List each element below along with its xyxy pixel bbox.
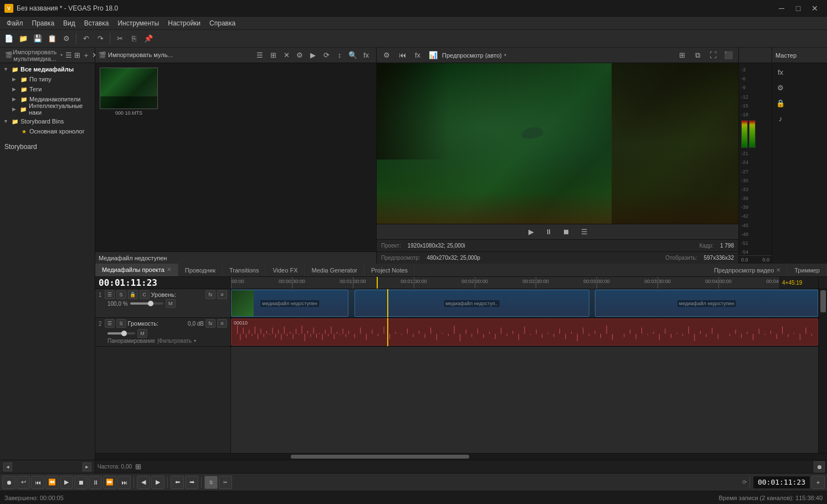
transport-next-mark[interactable]: ⏭ <box>117 476 131 489</box>
tree-drives-label[interactable]: Медианакопители <box>29 96 80 102</box>
preview-pip-btn[interactable]: ⧉ <box>691 49 704 62</box>
video-clip-2[interactable]: медиафайл недоступ.. <box>355 290 589 317</box>
media-tb-play[interactable]: ▶ <box>306 49 320 62</box>
list-view-btn[interactable]: ☰ <box>65 49 73 62</box>
track-a2-env[interactable]: ≡ <box>217 319 227 328</box>
track-a2-solo[interactable]: S <box>116 319 126 328</box>
preview-dropdown[interactable]: ▾ <box>504 53 506 58</box>
tab-explorer[interactable]: Проводник <box>178 264 223 276</box>
preview-fx-btn[interactable]: fx <box>411 49 424 62</box>
maximize-button[interactable]: □ <box>790 3 806 14</box>
video-clip-3[interactable]: медиафайл недоступен <box>595 290 818 317</box>
transport-step-fwd[interactable]: ▶ <box>151 476 165 489</box>
freq-btn[interactable]: ⊞ <box>133 462 143 472</box>
nav-left-arrow[interactable]: ◄ <box>3 462 12 471</box>
master-btn1[interactable]: fx <box>774 65 787 79</box>
tree-smart-label[interactable]: Интеллектуальные наки <box>29 102 91 116</box>
audio-track-row[interactable]: 00010 <box>231 318 818 347</box>
track-v1-comp[interactable]: C <box>140 290 150 299</box>
tree-by-type-label[interactable]: По типу <box>29 76 52 83</box>
save-as-btn[interactable]: 📋 <box>45 32 59 45</box>
tree-smart[interactable]: ▶ 📁 Интеллектуальные наки <box>1 104 94 114</box>
open-btn[interactable]: 📁 <box>17 32 30 45</box>
track-a2-fx[interactable]: fx <box>206 319 215 328</box>
master-btn4[interactable]: ♪ <box>774 112 787 125</box>
transport-snip[interactable]: ✂ <box>219 476 232 489</box>
tree-all-media[interactable]: Все медиафайлы <box>20 66 74 73</box>
copy-btn[interactable]: ⎘ <box>127 32 141 45</box>
media-thumb-item[interactable]: 000 10.MTS <box>100 68 158 116</box>
transport-rewind[interactable]: ⏪ <box>45 476 59 489</box>
track-v1-vol-thumb[interactable] <box>148 301 153 306</box>
tree-storyboard-bins[interactable]: ▼ 📁 Storyboard Bins <box>1 116 94 126</box>
tree-main-chron-label[interactable]: Основная хронолог <box>29 128 85 135</box>
transport-prev-mark[interactable]: ⏮ <box>31 476 44 489</box>
menu-edit[interactable]: Правка <box>28 17 59 29</box>
track-a2-pan-arrow[interactable]: ▾ <box>194 338 196 343</box>
preview-scope-btn[interactable]: 📊 <box>427 49 440 62</box>
expand-icon-tags[interactable]: ▶ <box>12 86 19 92</box>
tree-tags[interactable]: ▶ 📁 Теги <box>1 84 94 94</box>
paste-btn[interactable]: 📌 <box>142 32 155 45</box>
preview-settings-btn[interactable]: ⚙ <box>380 49 393 62</box>
tab-preview-video[interactable]: Предпросмотр видео ✕ <box>707 264 788 276</box>
cut-btn[interactable]: ✂ <box>113 32 126 45</box>
expand-icon-drives[interactable]: ▶ <box>12 96 19 102</box>
transport-step-back[interactable]: ◀ <box>137 476 150 489</box>
play-ctrl-btn[interactable]: ▶ <box>525 225 538 239</box>
menu-view[interactable]: Вид <box>59 17 80 29</box>
expand-icon-type[interactable]: ▶ <box>12 76 19 82</box>
preview-ext-btn[interactable]: ⬛ <box>722 49 735 62</box>
transport-loop[interactable]: ↩ <box>17 476 30 489</box>
transport-frame-back[interactable]: ⬅ <box>171 476 184 489</box>
expand-icon-smart[interactable]: ▶ <box>12 106 18 112</box>
transport-rec-btn[interactable]: ⏺ <box>814 461 825 472</box>
track-a2-vol-thumb[interactable] <box>121 331 127 336</box>
tree-expand-root[interactable]: ▼ 📁 Все медиафайлы <box>1 64 94 74</box>
media-tb-zoom[interactable]: 🔍 <box>346 49 359 62</box>
transport-rec[interactable]: ⏺ <box>2 476 16 489</box>
timeline-hscroll[interactable] <box>95 453 827 460</box>
master-btn2[interactable]: ⚙ <box>774 81 787 94</box>
new-btn[interactable]: 📄 <box>2 32 16 45</box>
tab-media-files[interactable]: Медиафайлы проекта ✕ <box>95 264 178 276</box>
media-tb-1[interactable]: ☰ <box>253 49 266 62</box>
ruler-right[interactable]: 00:00:00:0000:00:30:0000:01:00:0000:01:3… <box>231 277 779 289</box>
tab-project-notes[interactable]: Project Notes <box>364 264 415 276</box>
tab-preview-close[interactable]: ✕ <box>776 267 780 273</box>
stop-ctrl-btn[interactable]: ⏹ <box>560 225 573 239</box>
nav-right-arrow[interactable]: ► <box>83 462 91 471</box>
minimize-button[interactable]: ─ <box>774 3 789 14</box>
media-tb-2[interactable]: ⊞ <box>266 49 280 62</box>
pause-ctrl-btn[interactable]: ⏸ <box>542 225 556 239</box>
transport-tc-add[interactable]: + <box>811 476 825 489</box>
add-btn[interactable]: ＋ <box>82 49 90 62</box>
import-media-btn[interactable]: 🎬 Импортировать мультимедиа... <box>2 49 59 62</box>
video-track-row[interactable]: 00010 медиафайл недоступен медиафайл нед… <box>231 289 818 318</box>
tab-media-gen[interactable]: Media Generator <box>305 264 364 276</box>
redo-btn[interactable]: ↷ <box>94 32 107 45</box>
tab-trimmer[interactable]: Триммер <box>788 264 827 276</box>
expand-icon-root[interactable]: ▼ <box>3 66 10 72</box>
transport-stop[interactable]: ⏹ <box>74 476 88 489</box>
list-ctrl-btn[interactable]: ☰ <box>578 225 591 239</box>
track-a2-vol-slider[interactable] <box>107 332 135 335</box>
tab-media-close[interactable]: ✕ <box>167 266 171 272</box>
undo-btn[interactable]: ↶ <box>79 32 93 45</box>
expand-icon-storyboard[interactable]: ▼ <box>3 119 10 124</box>
track-v1-fx[interactable]: fx <box>206 290 215 299</box>
media-tb-auto[interactable]: ↕ <box>333 49 346 62</box>
transport-play[interactable]: ▶ <box>60 476 73 489</box>
import-dropdown-arrow[interactable]: ▾ <box>60 53 63 58</box>
tree-main-chron[interactable]: ★ Основная хронолог <box>1 126 94 136</box>
audio-clip-1[interactable]: 00010 <box>231 318 818 346</box>
vscroll-thumb[interactable] <box>820 290 826 312</box>
menu-settings[interactable]: Настройки <box>163 17 205 29</box>
preview-prev-btn[interactable]: ⏮ <box>395 49 409 62</box>
media-tb-fx[interactable]: fx <box>359 49 373 62</box>
preview-grid-btn[interactable]: ⊞ <box>675 49 689 62</box>
settings-btn[interactable]: ⚙ <box>60 32 73 45</box>
save-btn[interactable]: 💾 <box>31 32 44 45</box>
transport-frame-fwd[interactable]: ➡ <box>185 476 198 489</box>
track-v1-solo[interactable]: S <box>116 290 126 299</box>
